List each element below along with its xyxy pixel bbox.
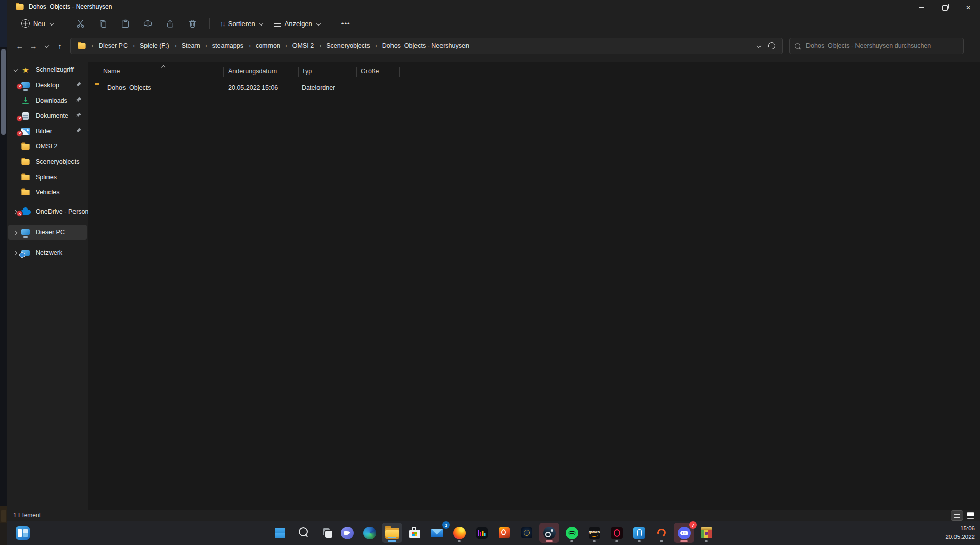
sidebar-item-pictures[interactable]: Bilder [8,123,87,139]
breadcrumb-separator: › [374,42,378,49]
rename-button[interactable] [137,16,159,31]
status-divider [47,512,47,518]
chevron-collapsed-icon[interactable] [11,251,19,255]
taskbar-task-view-button[interactable] [314,523,335,543]
sidebar-item-network[interactable]: Netzwerk [8,245,87,260]
running-indicator [388,540,396,542]
status-bar: 1 Element [7,510,980,521]
taskbar-amazon-games-button[interactable]: games [584,523,604,543]
taskbar-opera-gx-button[interactable] [606,523,627,543]
back-button[interactable]: ← [13,39,27,53]
minimize-button[interactable] [910,0,933,15]
breadcrumb-item[interactable]: Sceneryobjects [323,41,373,51]
network-glyph [21,250,30,256]
taskbar-teams-chat-button[interactable] [337,523,357,543]
taskbar-office-button[interactable] [494,523,514,543]
view-lines-icon [274,21,281,27]
cut-button[interactable] [69,16,92,31]
column-header-type[interactable]: Typ [302,68,312,75]
breadcrumb-item[interactable]: OMSI 2 [289,41,317,51]
breadcrumb-item[interactable]: Spiele (F:) [137,41,173,51]
taskbar-winrar-button[interactable] [696,523,717,543]
pin-icon [76,82,82,87]
search-box[interactable] [789,38,964,54]
window-controls: ✕ [910,0,980,15]
sidebar-item-onedrive[interactable]: OneDrive - Personal [8,204,87,219]
sidebar-item-vehicles[interactable]: Vehicles [8,185,87,200]
search-input[interactable] [805,42,958,50]
taskbar-steam-button[interactable] [539,523,559,543]
taskbar-file-explorer-button[interactable] [382,523,402,543]
details-view-button[interactable] [951,511,963,520]
taskbar-spotify-button[interactable] [561,523,582,543]
large-icons-view-button[interactable] [965,511,976,520]
discord-badge: 7 [689,521,697,529]
column-header-size[interactable]: Größe [361,68,379,75]
sort-button[interactable]: ↑↓ Sortieren [215,17,268,31]
document-glyph [22,112,29,120]
desktop-icon [19,83,32,88]
taskbar-mail-button[interactable]: 3 [427,523,447,543]
winrar-icon [701,529,712,538]
chevron-expanded-icon[interactable] [11,68,19,72]
taskbar-discord-button[interactable]: 7 [674,523,694,543]
taskbar-widgets-button[interactable] [12,523,33,543]
recent-locations-button[interactable] [40,39,53,53]
sync-error-badge [16,83,23,90]
paste-icon [121,19,130,28]
sidebar-item-downloads[interactable]: Downloads [8,93,87,108]
taskbar-game-button[interactable] [517,523,537,543]
refresh-icon[interactable] [767,41,777,51]
copy-button[interactable] [92,16,114,31]
taskbar-microsoft-store-button[interactable] [404,523,425,543]
sidebar-item-quick-access[interactable]: ★ Schnellzugriff [8,62,87,78]
sidebar-item-desktop[interactable]: Desktop [8,78,87,93]
up-button[interactable]: ↑ [53,39,66,53]
command-toolbar: Neu ↑↓ Sortieren Anzeigen [7,14,980,33]
address-bar[interactable]: › Dieser PC › Spiele (F:) › Steam › stea… [70,38,783,54]
taskbar-phone-link-button[interactable] [629,523,649,543]
sidebar-item-label: OneDrive - Personal [36,208,93,215]
column-divider[interactable] [399,67,400,77]
breadcrumb-item[interactable]: steamapps [209,41,247,51]
sidebar-item-documents[interactable]: Dokumente [8,108,87,123]
file-row[interactable]: Dohos_Objects 20.05.2022 15:06 Dateiordn… [90,82,975,95]
details-view-icon [954,513,960,518]
share-button[interactable] [159,16,182,31]
column-divider[interactable] [356,67,357,77]
restore-button[interactable] [933,0,957,15]
taskbar-search-button[interactable] [292,523,312,543]
breadcrumb-item[interactable]: Steam [179,41,203,51]
pin-icon [76,97,82,103]
sidebar-item-sceneryobjects[interactable]: Sceneryobjects [8,154,87,169]
breadcrumb-item[interactable]: Dohos_Objects - Neershuysen [379,41,472,51]
close-button[interactable]: ✕ [957,0,980,15]
title-bar: Dohos_Objects - Neershuysen ✕ [7,0,980,13]
forward-button[interactable]: → [27,39,40,53]
sidebar-item-this-pc[interactable]: Dieser PC [8,225,87,240]
amazon-games-icon: games [589,527,600,539]
taskbar-firefox-button[interactable] [449,523,470,543]
taskbar-start-button[interactable] [270,523,290,543]
sidebar-item-splines[interactable]: Splines [8,169,87,185]
column-header-name[interactable]: Name [103,68,120,75]
column-header-modified[interactable]: Änderungsdatum [228,68,277,75]
taskbar-deezer-button[interactable] [472,523,492,543]
address-dropdown-chevron-icon[interactable] [756,44,761,48]
breadcrumb-item[interactable]: Dieser PC [95,41,131,51]
explorer-window: Dohos_Objects - Neershuysen ✕ Neu [7,0,980,521]
taskbar-origin-button[interactable] [651,523,672,543]
column-divider[interactable] [223,67,224,77]
view-button[interactable]: Anzeigen [268,17,326,31]
column-headers: Name Änderungsdatum Typ Größe [88,65,980,79]
breadcrumb-item[interactable]: common [253,41,283,51]
more-options-button[interactable]: ••• [336,17,355,31]
taskbar-clock[interactable]: 15:06 20.05.2022 [945,524,975,541]
new-button[interactable]: Neu [16,16,59,31]
sidebar-item-omsi2[interactable]: OMSI 2 [8,139,87,154]
column-divider[interactable] [298,67,299,77]
taskbar-edge-button[interactable] [359,523,380,543]
delete-button[interactable] [182,16,204,31]
chevron-collapsed-icon[interactable] [11,230,19,235]
paste-button[interactable] [114,16,137,31]
